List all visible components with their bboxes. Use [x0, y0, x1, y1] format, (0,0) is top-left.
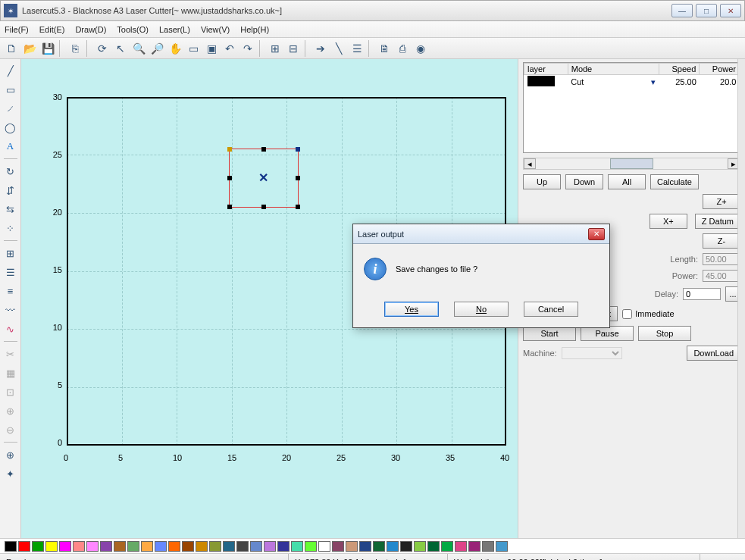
color-swatch[interactable] [182, 541, 194, 552]
path-tool-icon[interactable]: ⊖ [2, 421, 19, 438]
color-swatch[interactable] [223, 541, 235, 552]
color-swatch[interactable] [414, 541, 426, 552]
color-swatch[interactable] [45, 541, 58, 552]
rotate-tool-icon[interactable]: ↻ [2, 163, 19, 180]
pointer-icon[interactable]: ↖ [112, 40, 129, 57]
dialog-no-button[interactable]: No [454, 302, 509, 317]
panel-scrollbar[interactable] [737, 59, 745, 538]
close-button[interactable]: ✕ [720, 4, 741, 17]
color-swatch[interactable] [346, 541, 358, 552]
color-swatch[interactable] [332, 541, 344, 552]
color-swatch[interactable] [155, 541, 167, 552]
dialog-close-button[interactable]: ✕ [588, 228, 605, 240]
text-tool-icon[interactable]: A [2, 138, 19, 155]
polyline-tool-icon[interactable]: ⟋ [2, 100, 19, 117]
down-button[interactable]: Down [565, 174, 603, 189]
immediate-checkbox[interactable] [622, 309, 632, 319]
grid-icon[interactable]: ⊟ [285, 40, 302, 57]
color-swatch[interactable] [400, 541, 412, 552]
color-swatch[interactable] [236, 541, 249, 552]
color-swatch[interactable] [441, 541, 453, 552]
handle-br[interactable] [296, 205, 300, 209]
engrave-tool-icon[interactable]: ▦ [2, 364, 19, 381]
handle-tl[interactable] [227, 147, 232, 152]
color-swatch[interactable] [168, 541, 180, 552]
layer-scrollbar[interactable]: ◂ ▸ [523, 158, 740, 170]
handle-tr[interactable] [296, 147, 300, 152]
color-swatch[interactable] [250, 541, 262, 552]
minimize-button[interactable]: — [671, 4, 693, 17]
list-icon[interactable]: ☰ [349, 40, 365, 57]
color-swatch[interactable] [59, 541, 71, 552]
download-button[interactable]: DownLoad [687, 346, 740, 361]
align-tool-icon[interactable]: ≡ [2, 283, 19, 299]
weld-tool-icon[interactable]: ⊕ [2, 402, 19, 419]
new-icon[interactable]: 🗋 [3, 40, 20, 57]
color-swatch[interactable] [277, 541, 290, 552]
color-swatch[interactable] [359, 541, 371, 552]
mirror-h-icon[interactable]: ⇆ [2, 201, 19, 217]
handle-mr[interactable] [296, 176, 300, 180]
color-swatch[interactable] [305, 541, 317, 552]
select-area-icon[interactable]: ▭ [185, 40, 202, 57]
immediate-checkbox-label[interactable]: Immediate [622, 309, 674, 319]
color-swatch[interactable] [427, 541, 440, 552]
color-swatch[interactable] [291, 541, 303, 552]
handle-bl[interactable] [227, 205, 232, 209]
z-minus-button[interactable]: Z- [703, 233, 740, 249]
menu-tools[interactable]: Tools(O) [117, 25, 149, 34]
rect-tool-icon[interactable]: ▭ [2, 81, 19, 98]
wave-tool-icon[interactable]: ∿ [2, 321, 19, 337]
all-button[interactable]: All [608, 174, 646, 189]
dialog-cancel-button[interactable]: Cancel [524, 302, 578, 317]
z-plus-button[interactable]: Z+ [703, 194, 740, 209]
handle-bm[interactable] [261, 205, 266, 209]
color-swatch[interactable] [114, 541, 126, 552]
color-swatch[interactable] [73, 541, 85, 552]
delay-field[interactable] [683, 288, 721, 300]
origin-tool-icon[interactable]: ✦ [2, 465, 19, 482]
layer-table[interactable]: layer Mode Speed Power Cut ▾ 25.00 20.0 [523, 62, 740, 153]
color-swatch[interactable] [32, 541, 44, 552]
color-swatch[interactable] [141, 541, 153, 552]
color-swatch[interactable] [373, 541, 385, 552]
color-swatch[interactable] [18, 541, 30, 552]
save-icon[interactable]: 💾 [39, 40, 56, 57]
refresh-icon[interactable]: ⟳ [94, 40, 111, 57]
open-icon[interactable]: 📂 [21, 40, 38, 57]
redo-icon[interactable]: ↷ [239, 40, 256, 57]
dialog-yes-button[interactable]: Yes [384, 302, 439, 317]
maximize-button[interactable]: □ [696, 4, 717, 17]
color-swatch[interactable] [86, 541, 99, 552]
color-swatch[interactable] [264, 541, 276, 552]
color-swatch[interactable] [482, 541, 494, 552]
fit-icon[interactable]: ▣ [203, 40, 220, 57]
stop-button[interactable]: Stop [638, 326, 691, 341]
line-tool-icon[interactable]: ╱ [2, 62, 19, 79]
arrow-icon[interactable]: ➔ [312, 40, 329, 57]
color-swatch[interactable] [127, 541, 139, 552]
color-swatch[interactable] [387, 541, 399, 552]
color-swatch[interactable] [496, 541, 508, 552]
menu-help[interactable]: Help(H) [240, 25, 269, 34]
nodes-tool-icon[interactable]: ⁘ [2, 220, 19, 236]
menu-draw[interactable]: Draw(D) [75, 25, 106, 34]
undo-icon[interactable]: ↶ [221, 40, 238, 57]
menu-laser[interactable]: Laser(L) [159, 25, 190, 34]
zoom-in-icon[interactable]: 🔍 [130, 40, 147, 57]
array-tool-icon[interactable]: ⊞ [2, 245, 19, 261]
pan-icon[interactable]: ✋ [167, 40, 183, 57]
layer-row[interactable]: Cut ▾ 25.00 20.0 [524, 75, 740, 89]
align-icon[interactable]: ⊞ [267, 40, 283, 57]
dialog-titlebar[interactable]: Laser output ✕ [353, 224, 609, 244]
cut-tool-icon[interactable]: ✂ [2, 346, 19, 362]
color-swatch[interactable] [455, 541, 467, 552]
curve-tool-icon[interactable]: 〰 [2, 302, 19, 318]
import-icon[interactable]: ⎘ [67, 40, 83, 57]
handle-ml[interactable] [227, 176, 232, 180]
scroll-thumb[interactable] [610, 158, 653, 169]
laser-icon[interactable]: ◉ [412, 40, 429, 57]
scroll-left-icon[interactable]: ◂ [524, 158, 536, 169]
center-tool-icon[interactable]: ⊕ [2, 446, 19, 463]
selected-shape[interactable]: ✕ [229, 149, 299, 208]
